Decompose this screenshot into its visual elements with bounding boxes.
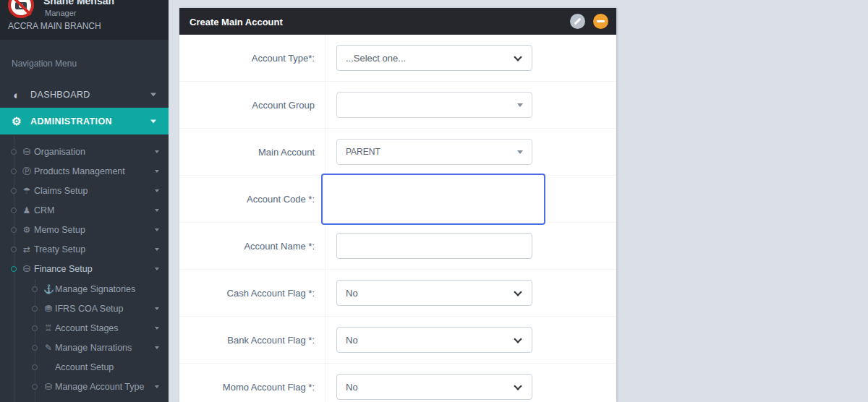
- selected-value: No: [346, 288, 358, 299]
- sidebar-item-label: IFRS COA Setup: [55, 304, 123, 314]
- bullet-icon: [32, 325, 38, 331]
- organisation-icon: ⛁: [22, 147, 32, 157]
- sidebar-item-products-management[interactable]: ⓅProducts Management: [0, 161, 169, 181]
- claims-icon: ☂: [22, 186, 32, 196]
- main-account-label: Main Account: [179, 129, 326, 175]
- momo-account-flag-label: Momo Account Flag *:: [179, 364, 326, 402]
- create-main-account-panel: Create Main Account Account Type*:...Sel…: [179, 8, 616, 402]
- account-type-label: Account Type*:: [179, 35, 326, 81]
- chevron-down-icon: [155, 327, 159, 330]
- sidebar: Shane Mensah Manager ACCRA MAIN BRANCH N…: [0, 0, 169, 402]
- chevron-down-icon: [155, 150, 159, 153]
- form-row-main-account: Main AccountPARENT: [179, 129, 616, 176]
- form-row-account-type: Account Type*:...Select one...: [179, 35, 616, 82]
- sidebar-item-label: Account Stages: [55, 323, 119, 333]
- account-group-select[interactable]: [336, 92, 532, 118]
- edit-panel-button[interactable]: [570, 14, 585, 29]
- minus-icon: [597, 20, 605, 22]
- sidebar-item-memo-setup[interactable]: ⚙Memo Setup: [0, 220, 169, 239]
- panel-title: Create Main Account: [190, 16, 283, 27]
- memo-gear-icon: ⚙: [22, 225, 32, 235]
- bank-account-flag-select[interactable]: No: [336, 327, 532, 353]
- user-name: Shane Mensah: [43, 0, 114, 7]
- anchor-icon: ⚓: [43, 284, 54, 294]
- form-row-cash-account-flag: Cash Account Flag *:No: [179, 270, 616, 317]
- bullet-icon: [11, 149, 17, 155]
- sidebar-item-account-setup[interactable]: Account Setup: [0, 357, 169, 377]
- sidebar-item-label: Manage Narrations: [55, 343, 132, 353]
- create-main-account-form: Account Type*:...Select one...Account Gr…: [179, 35, 616, 402]
- sidebar-item-organisation[interactable]: ⛁Organisation: [0, 142, 169, 161]
- sidebar-item-label: ADMINISTRATION: [30, 116, 112, 127]
- form-row-account-group: Account Group: [179, 82, 616, 129]
- sidebar-item-account-stages[interactable]: ♖Account Stages: [0, 318, 169, 338]
- main-account-field: PARENT: [326, 129, 616, 175]
- collapse-panel-button[interactable]: [593, 14, 608, 29]
- navigation-menu-label: Navigation Menu: [12, 59, 77, 69]
- form-row-account-name: Account Name *:: [179, 223, 616, 270]
- account-code-input[interactable]: [321, 174, 545, 225]
- user-role: Manager: [45, 9, 76, 17]
- chevron-down-icon: [150, 119, 156, 123]
- account-group-label: Account Group: [179, 82, 326, 128]
- sidebar-item-label: Manage Signatories: [55, 284, 135, 294]
- select-chevron-icon: [514, 335, 522, 343]
- chevron-down-icon: [155, 307, 159, 310]
- form-row-account-code: Account Code *:: [179, 176, 616, 223]
- account-group-field: [326, 82, 616, 128]
- form-row-bank-account-flag: Bank Account Flag *:No: [179, 317, 616, 364]
- sidebar-item-label: Manage Account Type: [55, 382, 144, 392]
- bullet-icon: [32, 364, 38, 370]
- cash-account-flag-label: Cash Account Flag *:: [179, 270, 326, 316]
- cash-account-flag-select[interactable]: No: [336, 280, 532, 306]
- products-icon: Ⓟ: [22, 165, 32, 177]
- chevron-down-icon: [150, 93, 156, 96]
- pencil-icon: [574, 18, 582, 25]
- chevron-down-icon: [155, 248, 159, 251]
- account-type-select[interactable]: ...Select one...: [336, 45, 532, 71]
- select-arrow-icon: [517, 103, 523, 107]
- selected-value: No: [346, 382, 358, 393]
- sidebar-item-ifrs-coa-setup[interactable]: ⛃IFRS COA Setup: [0, 299, 169, 318]
- bullet-icon: [32, 306, 38, 312]
- select-chevron-icon: [514, 288, 522, 296]
- user-panel: Shane Mensah Manager ACCRA MAIN BRANCH: [0, 0, 169, 40]
- bullet-icon: [11, 227, 17, 233]
- bullet-icon: [11, 208, 17, 213]
- account-name-label: Account Name *:: [179, 223, 326, 269]
- bullet-icon: [32, 345, 38, 351]
- sidebar-item-manage-narrations[interactable]: ✎Manage Narrations: [0, 338, 169, 357]
- chevron-down-icon: [155, 189, 159, 192]
- sidebar-item-treaty-setup[interactable]: ⇄Treaty Setup: [0, 239, 169, 259]
- dashboard-icon: ◐: [10, 88, 23, 100]
- sidebar-item-administration[interactable]: ⚙ADMINISTRATION: [0, 108, 169, 134]
- sidebar-item-manage-signatories[interactable]: ⚓Manage Signatories: [0, 279, 169, 299]
- gear-icon: ⚙: [10, 115, 23, 128]
- account-type-icon: ⛁: [43, 382, 54, 392]
- momo-account-flag-select[interactable]: No: [336, 374, 532, 400]
- sidebar-item-manage-account-type[interactable]: ⛁Manage Account Type: [0, 377, 169, 396]
- panel-header: Create Main Account: [179, 8, 616, 35]
- sidebar-item-claims-setup[interactable]: ☂Claims Setup: [0, 181, 169, 200]
- chevron-down-icon: [155, 268, 159, 270]
- chevron-down-icon: [155, 209, 159, 212]
- sidebar-item-label: DASHBOARD: [30, 90, 90, 100]
- main-account-select[interactable]: PARENT: [336, 139, 532, 165]
- sidebar-item-finance-setup[interactable]: ⛁Finance Setup: [0, 259, 169, 278]
- sidebar-item-label: Memo Setup: [34, 225, 85, 235]
- bank-account-flag-label: Bank Account Flag *:: [179, 317, 326, 363]
- bank-account-flag-field: No: [326, 317, 616, 363]
- chevron-down-icon: [155, 346, 159, 349]
- chevron-down-icon: [155, 228, 159, 231]
- chevron-down-icon: [155, 385, 159, 388]
- sidebar-item-label: Finance Setup: [34, 264, 93, 274]
- account-code-field: [326, 176, 616, 222]
- sidebar-item-label: CRM: [34, 205, 54, 215]
- sidebar-item-dashboard[interactable]: ◐DASHBOARD: [0, 81, 169, 108]
- bullet-icon: [11, 168, 17, 174]
- sidebar-item-label: Account Setup: [55, 362, 114, 372]
- sidebar-item-crm[interactable]: ♟CRM: [0, 200, 169, 220]
- account-name-input[interactable]: [336, 233, 532, 259]
- sidebar-item-label: Organisation: [34, 147, 85, 157]
- bullet-icon: [32, 384, 38, 390]
